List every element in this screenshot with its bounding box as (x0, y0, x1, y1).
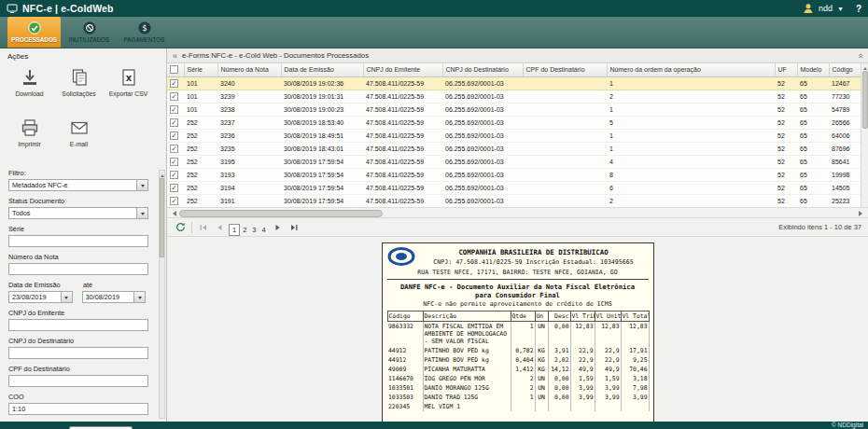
metadata-select[interactable]: Metadados NFC-e (8, 179, 148, 191)
checkbox-checked-icon[interactable]: ✓ (170, 92, 178, 101)
grid-cell: 06.255.692/0001-03 (442, 116, 523, 129)
cnpj-emitente-input[interactable] (8, 319, 148, 331)
sidebar-scrollbar[interactable] (159, 170, 165, 419)
data-fim-select[interactable]: 30/08/2019 (82, 291, 147, 303)
filter-title: Filtro: (8, 169, 146, 177)
checkbox-checked-icon[interactable]: ✓ (170, 118, 178, 127)
checkbox-checked-icon[interactable]: ✓ (170, 184, 178, 192)
next-page-button[interactable] (272, 221, 285, 234)
receipt-cell: UN (535, 383, 548, 393)
scroll-up-arrow[interactable] (863, 65, 867, 70)
imprimir-button[interactable]: Imprimir (5, 113, 54, 161)
column-header[interactable]: Número da Nota (217, 63, 281, 76)
checkbox-checked-icon[interactable]: ✓ (170, 158, 178, 166)
table-row[interactable]: ✓252323630/08/2019 18:49:5147.508.411/02… (167, 129, 861, 142)
help-icon[interactable]: ? (856, 4, 861, 14)
column-header[interactable]: Data de Emissão (281, 63, 363, 76)
scroll-right-arrow[interactable] (859, 211, 865, 216)
scroll-up-arrow[interactable] (161, 173, 164, 177)
grid-cell: 1 (607, 76, 775, 90)
email-button[interactable]: E-mail (54, 113, 104, 161)
receipt-cell: 22,9 (595, 346, 621, 355)
chevron-down-icon[interactable] (61, 292, 72, 302)
row-select-cell[interactable]: ✓ (167, 90, 184, 103)
receipt-column-header: Qtde (511, 311, 535, 322)
checkbox-checked-icon[interactable]: ✓ (170, 105, 178, 114)
refresh-button[interactable] (174, 221, 187, 234)
row-select-cell[interactable]: ✓ (167, 76, 184, 90)
page-button-3[interactable]: 3 (249, 225, 259, 235)
table-row[interactable]: ✓252323730/08/2019 18:53:4047.508.411/02… (167, 116, 861, 129)
row-select-cell[interactable]: ✓ (167, 155, 184, 168)
select-all-header[interactable] (167, 63, 184, 76)
column-header[interactable]: Número da ordem da operação (607, 63, 775, 76)
last-page-button[interactable] (287, 221, 301, 234)
horizontal-scrollbar[interactable] (167, 207, 868, 218)
chevron-down-icon[interactable] (133, 292, 145, 302)
data-inicio-select[interactable]: 23/08/2019 (8, 291, 73, 303)
column-header[interactable]: Modelo (797, 63, 829, 76)
grid-cell (523, 90, 607, 103)
page-button-1[interactable]: 1 (229, 224, 240, 236)
tab-inutilizados[interactable]: INUTILIZADOS (63, 17, 116, 48)
first-page-button[interactable] (197, 221, 210, 234)
chevron-down-icon[interactable] (136, 180, 147, 190)
column-header[interactable]: CPF do Destinatário (523, 63, 607, 76)
serie-input[interactable] (8, 235, 148, 247)
grid-cell: 25223 (829, 194, 861, 207)
row-select-cell[interactable]: ✓ (167, 181, 184, 194)
table-row[interactable]: ✓101324030/08/2019 19:02:3647.508.411/02… (167, 76, 861, 90)
cpf-destinatario-input[interactable] (8, 375, 148, 387)
coo-input[interactable] (8, 403, 148, 415)
row-select-cell[interactable]: ✓ (167, 142, 184, 155)
row-select-cell[interactable]: ✓ (167, 103, 184, 116)
chevron-down-icon[interactable]: ▼ (837, 6, 844, 12)
table-row[interactable]: ✓101323830/08/2019 19:00:2347.508.411/02… (167, 103, 861, 116)
exportar-csv-button[interactable]: x Exportar CSV (104, 62, 153, 111)
status-select[interactable]: Todos (8, 207, 148, 219)
table-row[interactable]: ✓101323930/08/2019 19:01:3147.508.411/02… (167, 90, 861, 103)
chevron-down-icon[interactable] (136, 208, 147, 218)
numero-nota-input[interactable] (8, 263, 148, 275)
tab-pagamentos[interactable]: $ PAGAMENTOS (118, 17, 171, 48)
column-header[interactable]: Código (829, 63, 861, 76)
column-header[interactable]: CNPJ do Emitente (363, 63, 442, 76)
scrollbar-thumb[interactable] (160, 178, 164, 257)
download-button[interactable]: Download (5, 62, 54, 111)
table-row[interactable]: ✓252319530/08/2019 17:59:5447.508.411/02… (167, 155, 861, 168)
checkbox-checked-icon[interactable]: ✓ (170, 171, 178, 179)
collapse-sidebar-icon[interactable]: « (173, 51, 177, 61)
row-select-cell[interactable]: ✓ (167, 168, 184, 181)
tab-label: PAGAMENTOS (124, 36, 165, 43)
scrollbar-thumb[interactable] (862, 71, 868, 129)
user-menu[interactable]: ndd (819, 4, 833, 13)
vertical-scrollbar[interactable] (861, 63, 868, 207)
checkbox-checked-icon[interactable]: ✓ (170, 197, 178, 205)
table-row[interactable]: ✓252319130/08/2019 17:59:5447.508.411/02… (167, 194, 861, 207)
row-select-cell[interactable]: ✓ (167, 194, 184, 207)
solicitacoes-button[interactable]: Solicitações (54, 62, 104, 111)
grid-cell: 3236 (217, 129, 281, 142)
checkbox-checked-icon[interactable]: ✓ (170, 145, 178, 153)
scroll-left-arrow[interactable] (170, 211, 176, 216)
row-select-cell[interactable]: ✓ (167, 129, 184, 142)
collapse-panel-icon[interactable]: » (855, 53, 864, 58)
prev-page-button[interactable] (213, 221, 226, 234)
checkbox-checked-icon[interactable]: ✓ (170, 131, 178, 140)
page-button-4[interactable]: 4 (259, 225, 269, 235)
tab-processados[interactable]: PROCESSADOS (7, 17, 61, 48)
table-row[interactable]: ✓252323530/08/2019 18:43:0147.508.411/02… (167, 142, 861, 155)
receipt-cell: 0,00 (548, 322, 570, 347)
receipt-cell: UN (535, 374, 548, 383)
scrollbar-thumb[interactable] (179, 210, 383, 217)
table-row[interactable]: ✓252319430/08/2019 17:59:5447.508.411/02… (167, 181, 861, 194)
table-row[interactable]: ✓252319330/08/2019 17:59:5447.508.411/02… (167, 168, 861, 181)
checkbox-checked-icon[interactable]: ✓ (170, 79, 178, 88)
column-header[interactable]: UF (775, 63, 797, 76)
checkbox-icon[interactable] (170, 65, 178, 74)
column-header[interactable]: CNPJ do Destinatário (442, 63, 523, 76)
column-header[interactable]: Série (184, 63, 217, 76)
cnpj-destinatario-input[interactable] (8, 347, 148, 359)
page-button-2[interactable]: 2 (240, 225, 249, 235)
row-select-cell[interactable]: ✓ (167, 116, 184, 129)
